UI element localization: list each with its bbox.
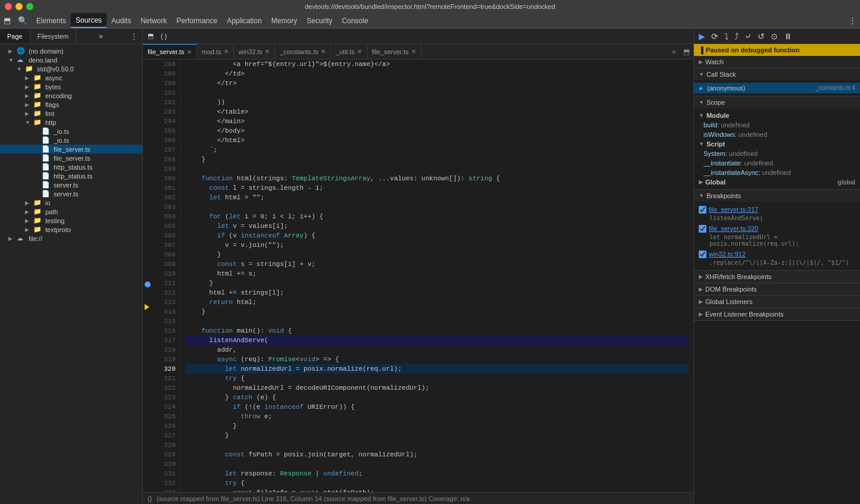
dom-header[interactable]: ▶ DOM Breakpoints [694, 283, 860, 295]
dock-icon[interactable]: ⬒ [0, 13, 14, 28]
tab-close-icon[interactable]: ✕ [265, 48, 270, 55]
more-tools-icon[interactable]: ⋮ [845, 13, 860, 28]
event-listeners-header[interactable]: ▶ Event Listener Breakpoints [694, 308, 860, 320]
watch-header[interactable]: ▶ Watch [694, 56, 860, 68]
tree-item-http-status-ts-1[interactable]: 📄 http_status.ts [0, 162, 142, 171]
breakpoint-file-317[interactable]: file_server.ts:317 [709, 206, 758, 213]
tree-item-std[interactable]: ▼ 📁 std@v0.50.0 [0, 64, 142, 73]
tree-label: deno.land [29, 57, 57, 64]
xhr-header[interactable]: ▶ XHR/fetch Breakpoints [694, 271, 860, 283]
deactivate-button[interactable]: ↺ [755, 30, 767, 42]
editor-tab-file-server-active[interactable]: file_server.ts ✕ [143, 44, 197, 59]
scope-group-script[interactable]: ▼ Script [694, 139, 860, 149]
tab-audits[interactable]: Audits [107, 13, 136, 28]
editor-tab-mod[interactable]: mod.ts ✕ [197, 44, 234, 59]
step-out-button[interactable]: ⤴ [732, 30, 741, 42]
tree-item-server-ts-2[interactable]: 📄 server.ts [0, 189, 142, 198]
sidebar-tab-more[interactable]: » [94, 29, 108, 43]
step-into-button[interactable]: ⤵ [722, 30, 731, 42]
folder-icon: 📁 [25, 65, 35, 73]
tree-item-file-server-ts-1[interactable]: 📄 file_server.ts [0, 145, 142, 154]
tree-item-bytes[interactable]: ▶ 📁 bytes [0, 82, 142, 91]
tab-application[interactable]: Application [222, 13, 267, 28]
tree-item-server-ts-1[interactable]: 📄 server.ts [0, 180, 142, 189]
editor-tab-file-server-2[interactable]: file_server.ts ✕ [367, 44, 421, 59]
prettify-icon[interactable]: { } [158, 32, 169, 41]
breakpoint-checkbox-317[interactable] [699, 206, 706, 214]
tree-item-no-domain[interactable]: ▶ 🌐 (no domain) [0, 46, 142, 55]
tree-item-path[interactable]: ▶ 📁 path [0, 207, 142, 216]
resume-button[interactable]: ▶ [696, 30, 708, 42]
tab-performance[interactable]: Performance [171, 13, 222, 28]
folder-icon: 📁 [33, 217, 43, 224]
code-editor[interactable]: 2882892902912922932942952962972982993003… [143, 60, 693, 492]
tab-split-icon[interactable]: ⬒ [680, 44, 693, 59]
tree-item-testing[interactable]: ▶ 📁 testing [0, 216, 142, 225]
inspect-icon[interactable]: 🔍 [14, 13, 32, 28]
tree-item-file-protocol[interactable]: ▶ ☁ file:// [0, 234, 142, 243]
breakpoint-checkbox-win32[interactable] [699, 251, 706, 258]
sidebar-options-icon[interactable]: ⋮ [126, 29, 142, 43]
breakpoint-file-320[interactable]: file_server.ts:320 [709, 225, 758, 232]
tab-close-icon[interactable]: ✕ [357, 48, 362, 55]
tab-sources[interactable]: Sources [71, 13, 107, 28]
breakpoint-file-win32[interactable]: win32.ts:912 [709, 251, 746, 258]
tab-close-icon[interactable]: ✕ [411, 48, 416, 55]
tree-item-textproto[interactable]: ▶ 📁 textproto [0, 225, 142, 234]
maximize-button[interactable] [26, 3, 33, 10]
step-over-button[interactable]: ⟳ [709, 30, 721, 42]
tab-close-icon[interactable]: ✕ [321, 48, 326, 55]
tree-item-fmt[interactable]: ▶ 📁 fmt [0, 109, 142, 118]
breakpoint-item-320: file_server.ts:320 let normalizedUrl = p… [694, 223, 860, 249]
tree-arrow: ▶ [25, 75, 33, 81]
global-listeners-header[interactable]: ▶ Global Listeners [694, 296, 860, 308]
breakpoint-checkbox-320[interactable] [699, 225, 706, 233]
breakpoints-header[interactable]: ▼ Breakpoints [694, 190, 860, 202]
scope-group-module[interactable]: ▼ Module [694, 111, 860, 120]
pause-exceptions-button[interactable]: ⊙ [768, 30, 780, 42]
tree-item-io-ts-2[interactable]: 📄 _io.ts [0, 136, 142, 145]
scope-group-global[interactable]: ▶ Global global [694, 177, 860, 187]
tab-close-icon[interactable]: ✕ [187, 49, 192, 55]
sidebar-tab-page[interactable]: Page [0, 29, 30, 43]
tree-label: http_status.ts [54, 173, 92, 180]
tab-console[interactable]: Console [337, 13, 373, 28]
tree-item-http-status-ts-2[interactable]: 📄 http_status.ts [0, 171, 142, 180]
tree-label: bytes [45, 83, 61, 90]
tree-item-io[interactable]: ▶ 📁 io [0, 198, 142, 207]
editor-tab-util[interactable]: _util.ts ✕ [331, 44, 367, 59]
step-button[interactable]: ⤶ [742, 30, 754, 42]
tree-arrow: ▶ [8, 48, 17, 54]
scope-header[interactable]: ▼ Scope [694, 96, 860, 108]
tree-item-flags[interactable]: ▶ 📁 flags [0, 100, 142, 109]
breakpoint-code-win32: .replace(/^\/([A-Za-z:])(\/|$)/, "$1/") [699, 259, 855, 266]
tree-item-async[interactable]: ▶ 📁 async [0, 73, 142, 82]
call-stack-header[interactable]: ▼ Call Stack [694, 68, 860, 80]
tree-item-http[interactable]: ▼ 📁 http [0, 118, 142, 127]
file-icon: 📄 [42, 136, 51, 144]
tree-label: server.ts [54, 190, 79, 198]
editor-tab-win32[interactable]: win32.ts ✕ [234, 44, 275, 59]
tab-security[interactable]: Security [302, 13, 337, 28]
tab-network[interactable]: Network [136, 13, 171, 28]
code-content[interactable]: <a href="${entry.url}">${entry.name}</a>… [181, 60, 693, 492]
tree-item-encoding[interactable]: ▶ 📁 encoding [0, 91, 142, 100]
tree-item-deno-land[interactable]: ▼ ☁ deno.land [0, 55, 142, 64]
tab-label: mod.ts [202, 48, 221, 55]
call-stack-item[interactable]: ● (anonymous) _constants.ts:4 [694, 83, 860, 93]
tab-more-button[interactable]: » [668, 44, 680, 59]
tab-elements[interactable]: Elements [32, 13, 71, 28]
tab-close-icon[interactable]: ✕ [224, 48, 229, 55]
tab-memory[interactable]: Memory [267, 13, 302, 28]
format-icon[interactable]: ⬒ [145, 31, 156, 41]
tab-bar: file_server.ts ✕ mod.ts ✕ win32.ts ✕ _co… [143, 44, 693, 60]
sidebar-tab-filesystem[interactable]: Filesystem [30, 29, 77, 43]
tree-item-file-server-ts-2[interactable]: 📄 file_server.ts [0, 154, 142, 162]
tree-item-io-ts-1[interactable]: 📄 _io.ts [0, 127, 142, 136]
editor-tab-constants[interactable]: _constants.ts ✕ [275, 44, 331, 59]
close-button[interactable] [5, 3, 12, 10]
pause-button[interactable]: ⏸ [781, 30, 795, 42]
minimize-button[interactable] [15, 3, 23, 10]
file-icon: 📄 [42, 145, 51, 153]
scope-content: ▼ Module build: undefined isWindows: und… [694, 108, 860, 189]
